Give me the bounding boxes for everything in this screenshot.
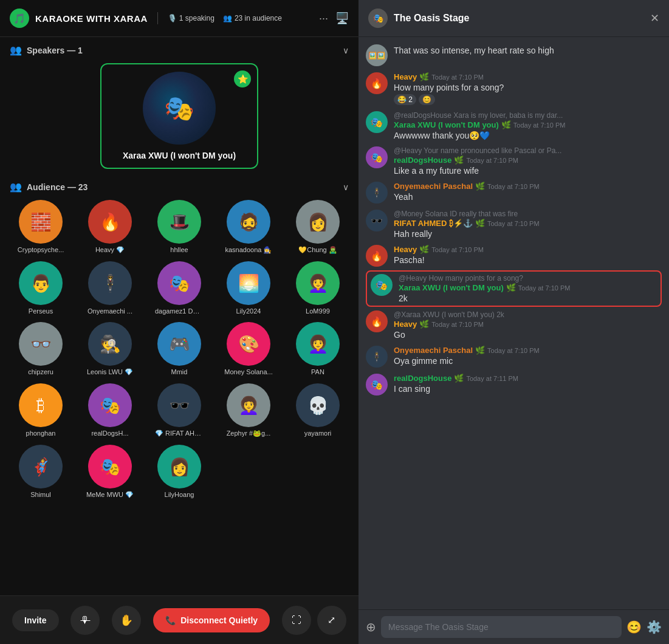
message-text: Like a a my future wife xyxy=(394,166,662,176)
view-controls: ⛶ ⤢ xyxy=(282,606,346,635)
message-reply: @Heavy Your name pronounced like Pascal … xyxy=(394,146,662,155)
speaker-avatar-inner: 🎭 xyxy=(143,72,216,145)
mic-slash-icon: 🎙 xyxy=(80,615,90,626)
audience-name: Perseus xyxy=(29,307,53,315)
raise-hand-button[interactable]: ✋ xyxy=(112,606,141,635)
add-content-icon[interactable]: ⊕ xyxy=(366,620,376,634)
audience-member[interactable]: 🧱 Cryptopsyche... xyxy=(10,200,72,254)
audience-avatar: 🦸 xyxy=(19,445,63,488)
message-content: @realDogsHouse Xara is my lover, baba is… xyxy=(394,111,662,140)
audience-member[interactable]: 👨 Perseus xyxy=(10,261,72,315)
speaker-avatar: 🎭 xyxy=(143,72,216,145)
chat-input-area: ⊕ 😊 ⚙️ xyxy=(359,609,669,644)
mic-icon: 🎙️ xyxy=(168,14,177,22)
header-divider xyxy=(157,12,158,24)
audience-member[interactable]: 👩‍🦱 PAN xyxy=(287,322,349,376)
message-row: 🎭 @Heavy Your name pronounced like Pasca… xyxy=(366,144,662,178)
audience-member[interactable]: 👩 LilyHoang xyxy=(148,445,210,499)
disconnect-button[interactable]: 📞 Disconnect Quietly xyxy=(153,608,270,632)
audience-avatar: 🎭 xyxy=(157,261,201,305)
message-author-line: Xaraa XWU (I won't DM you) 🌿 Today at 7:… xyxy=(394,120,662,129)
audience-member[interactable]: 👓 chipzeru xyxy=(10,322,72,376)
audience-name: phonghan xyxy=(26,430,56,437)
audience-member[interactable]: 👩 💛Chung 🧟‍♂️ xyxy=(287,200,349,254)
audience-avatar: 🎨 xyxy=(227,322,270,366)
more-options-icon[interactable]: ··· xyxy=(319,12,328,25)
message-content: Onyemaechi Paschal 🌿 Today at 7:10 PM Oy… xyxy=(394,346,662,366)
mute-button[interactable]: 🎙 xyxy=(70,606,100,635)
screen-share-icon[interactable]: 🖥️ xyxy=(335,12,349,25)
message-author: Xaraa XWU (I won't DM you) xyxy=(394,120,499,129)
close-button[interactable]: ✕ xyxy=(650,12,659,25)
message-row: 🎭 @realDogsHouse Xara is my lover, baba … xyxy=(366,109,662,143)
message-row: 🕴️ Onyemaechi Paschal 🌿 Today at 7:10 PM… xyxy=(366,179,662,206)
emoji-picker-icon[interactable]: 😊 xyxy=(626,620,642,634)
audience-member[interactable]: 🎭 realDogsH... xyxy=(79,383,141,437)
audience-avatar: 👩 xyxy=(157,445,201,488)
message-text: Hah really xyxy=(394,229,662,239)
audience-member[interactable]: 🦸 Shimul xyxy=(10,445,72,499)
audience-avatar: 👨 xyxy=(19,261,63,305)
audience-member[interactable]: 👩‍🦱 LoM999 xyxy=(287,261,349,315)
audience-member[interactable]: ₿ phonghan xyxy=(10,383,72,437)
audience-member[interactable]: 🎭 dagamez1 DW... xyxy=(148,261,210,315)
audience-section-header[interactable]: 👥 Audience — 23 ∨ xyxy=(0,174,359,200)
audience-name: Money Solana... xyxy=(224,368,273,375)
message-row: 🎭 @Heavy How many points for a song? Xar… xyxy=(366,270,662,307)
audience-avatar: 🔥 xyxy=(88,200,132,244)
app-logo: 🎵 xyxy=(10,9,29,28)
speakers-label: Speakers — 1 xyxy=(27,46,343,55)
audience-member[interactable]: 🕴️ Onyemaechi ... xyxy=(79,261,141,315)
audience-member[interactable]: 🎨 Money Solana... xyxy=(218,322,280,376)
audience-member[interactable]: 👩‍🦱 Zephyr #🐸g... xyxy=(218,383,280,437)
speakers-section-header[interactable]: 👥 Speakers — 1 ∨ xyxy=(0,37,359,63)
audience-member[interactable]: 🌅 Lily2024 xyxy=(218,261,280,315)
audience-member[interactable]: 🎭 MeMe MWU 💎 xyxy=(79,445,141,499)
audience-avatar: 🎩 xyxy=(157,200,201,244)
audience-member[interactable]: 🔥 Heavy 💎 xyxy=(79,200,141,254)
speaker-card[interactable]: ⭐ 🎭 Xaraa XWU (I won't DM you) xyxy=(100,63,258,169)
audience-name: Shimul xyxy=(30,491,51,498)
message-reply: @realDogsHouse Xara is my lover, baba is… xyxy=(394,111,662,120)
message-input[interactable] xyxy=(381,616,622,638)
audience-avatar: 🕴️ xyxy=(88,261,132,305)
message-time: Today at 7:11 PM xyxy=(466,375,518,382)
audience-name: Leonis LWU 💎 xyxy=(87,368,133,376)
message-author-line: Xaraa XWU (I won't DM you) 🌿 Today at 7:… xyxy=(399,283,657,292)
audience-member[interactable]: 🧔 kasnadoona 🧙‍♀️ xyxy=(218,200,280,254)
audience-avatar: 🎮 xyxy=(157,322,201,366)
message-author: Onyemaechi Paschal xyxy=(394,182,473,191)
expand-button[interactable]: ⛶ xyxy=(282,606,311,635)
author-badge: 🌿 xyxy=(506,283,516,292)
audience-avatar: 💀 xyxy=(296,383,340,427)
audience-member[interactable]: 🕶️ 💎 RIFAT AHMED... xyxy=(148,383,210,437)
message-reply-compact: @Xaraa XWU (I won't DM you) 2k xyxy=(394,310,662,319)
reaction[interactable]: 😊 xyxy=(419,94,435,105)
audience-name: Mmid xyxy=(171,368,188,375)
chat-header-avatar: 🎭 xyxy=(368,9,388,28)
audience-avatar: 🧱 xyxy=(19,200,63,244)
fullscreen-button[interactable]: ⤢ xyxy=(317,606,346,635)
speakers-section: ⭐ 🎭 Xaraa XWU (I won't DM you) xyxy=(0,63,359,174)
audience-avatar: 👓 xyxy=(19,322,63,366)
audience-member[interactable]: 🎮 Mmid xyxy=(148,322,210,376)
audience-member[interactable]: 💀 yayamori xyxy=(287,383,349,437)
audience-name: Heavy 💎 xyxy=(95,246,125,254)
invite-button[interactable]: Invite xyxy=(12,609,59,631)
message-avatar: 🕴️ xyxy=(366,346,388,368)
reaction[interactable]: 😂 2 xyxy=(394,94,416,105)
hand-icon: ✋ xyxy=(120,614,133,627)
message-text: Pascha! xyxy=(394,255,662,265)
message-avatar: 🕴️ xyxy=(366,182,388,204)
audience-name: dagamez1 DW... xyxy=(155,307,204,315)
author-badge: 🌿 xyxy=(454,374,464,383)
chat-extras-icon[interactable]: ⚙️ xyxy=(647,620,662,634)
message-author: realDogsHouse xyxy=(394,374,451,383)
audience-member[interactable]: 🕵️ Leonis LWU 💎 xyxy=(79,322,141,376)
message-author: Onyemaechi Paschal xyxy=(394,346,473,355)
audience-member[interactable]: 🎩 hhllee xyxy=(148,200,210,254)
message-author-line: realDogsHouse 🌿 Today at 7:10 PM xyxy=(394,156,662,165)
audience-avatar: 👩‍🦱 xyxy=(296,322,340,366)
message-time: Today at 7:10 PM xyxy=(431,246,484,253)
message-author-line: Heavy 🌿 Today at 7:10 PM xyxy=(394,320,662,329)
